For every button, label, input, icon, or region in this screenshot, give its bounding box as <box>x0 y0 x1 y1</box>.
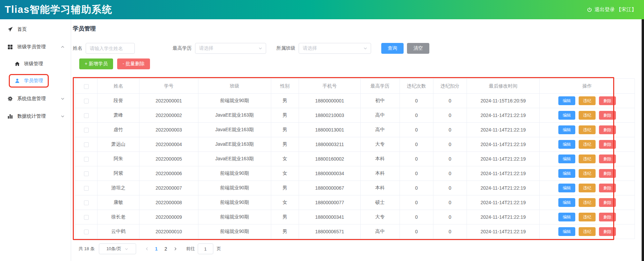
edit-button[interactable]: 编辑 <box>558 111 575 120</box>
cell-violation-count: 0 <box>400 166 433 181</box>
logout-button[interactable]: 退出登录 【宋江】 <box>587 6 637 13</box>
cell-violation-score: 0 <box>433 181 467 195</box>
row-checkbox[interactable] <box>84 113 89 118</box>
row-checkbox[interactable] <box>84 99 89 103</box>
cell-violation-score: 0 <box>433 195 467 210</box>
table-row: 虚竹 2022000003 JavaEE就业163期 男 18800013001… <box>75 123 635 137</box>
cell-student-no: 2022000006 <box>139 166 198 181</box>
sidebar-item-label: 班级学员管理 <box>17 44 46 50</box>
delete-button[interactable]: 删除 <box>599 198 616 207</box>
violation-button[interactable]: 违纪 <box>579 227 596 236</box>
page-button-1[interactable]: 1 <box>152 246 161 252</box>
violation-button[interactable]: 违纪 <box>579 184 596 192</box>
name-input[interactable] <box>86 43 135 54</box>
violation-button[interactable]: 违纪 <box>579 169 596 178</box>
column-header: 操作 <box>539 79 635 94</box>
row-checkbox[interactable] <box>84 171 89 176</box>
user-icon <box>15 78 20 84</box>
cell-gender: 男 <box>271 224 299 239</box>
cell-violation-score: 0 <box>433 123 467 137</box>
cell-student-no: 2022000003 <box>139 123 198 137</box>
prev-page-button[interactable] <box>142 247 152 251</box>
clear-button[interactable]: 清空 <box>407 43 429 54</box>
row-checkbox[interactable] <box>84 142 89 147</box>
edit-button[interactable]: 编辑 <box>558 155 575 163</box>
sidebar-item-label: 首页 <box>17 26 27 32</box>
cell-class: 前端就业90期 <box>198 210 271 224</box>
page-button-2[interactable]: 2 <box>161 246 171 252</box>
cell-gender: 男 <box>271 94 299 108</box>
cell-class: JavaEE就业163期 <box>198 152 271 166</box>
delete-button[interactable]: 删除 <box>599 213 616 221</box>
cell-violation-score: 0 <box>433 224 467 239</box>
page-size-select[interactable]: 10条/页 <box>99 243 136 254</box>
edit-button[interactable]: 编辑 <box>558 169 575 178</box>
batch-delete-button[interactable]: - 批量删除 <box>117 58 150 69</box>
column-header: 姓名 <box>98 79 139 94</box>
delete-button[interactable]: 删除 <box>599 227 616 236</box>
sidebar-item-home[interactable]: 首页 <box>0 21 71 38</box>
table-row: 萧峰 2022000002 JavaEE就业163期 男 18800210003… <box>75 108 635 123</box>
cell-name: 徐长老 <box>98 210 139 224</box>
degree-select[interactable]: 请选择 <box>195 43 266 54</box>
cell-degree: 大专 <box>360 137 400 152</box>
page-size-value: 10条/页 <box>106 246 121 252</box>
select-all-checkbox[interactable] <box>84 84 89 89</box>
violation-button[interactable]: 违纪 <box>579 125 596 134</box>
cell-violation-count: 0 <box>400 137 433 152</box>
bar-chart-icon <box>7 113 13 119</box>
violation-button[interactable]: 违纪 <box>579 140 596 149</box>
violation-button[interactable]: 违纪 <box>579 111 596 120</box>
search-button[interactable]: 查询 <box>381 43 404 54</box>
edit-button[interactable]: 编辑 <box>558 227 575 236</box>
edit-button[interactable]: 编辑 <box>558 213 575 221</box>
sidebar-item-label: 班级管理 <box>24 61 43 67</box>
violation-button[interactable]: 违纪 <box>579 155 596 163</box>
sidebar-item-class-mgmt[interactable]: 班级管理 <box>0 56 71 72</box>
sidebar-item-system-info-mgmt[interactable]: 系统信息管理 <box>0 90 71 108</box>
sidebar-item-data-statistics-mgmt[interactable]: 数据统计管理 <box>0 108 71 125</box>
cell-degree: 高中 <box>360 108 400 123</box>
cell-student-no: 2022000002 <box>139 108 198 123</box>
row-checkbox[interactable] <box>84 157 89 162</box>
delete-button[interactable]: 删除 <box>599 111 616 120</box>
delete-button[interactable]: 删除 <box>599 140 616 149</box>
edit-button[interactable]: 编辑 <box>558 198 575 207</box>
cell-last-modified: 2024-11-14T21:22:19 <box>467 195 540 210</box>
house-icon <box>15 61 20 67</box>
edit-button[interactable]: 编辑 <box>558 96 575 105</box>
edit-button[interactable]: 编辑 <box>558 125 575 134</box>
clazz-select[interactable]: 请选择 <box>299 43 371 54</box>
delete-button[interactable]: 删除 <box>599 155 616 163</box>
add-student-button[interactable]: + 新增学员 <box>79 58 113 69</box>
delete-button[interactable]: 删除 <box>599 184 616 192</box>
column-header: 违纪扣分 <box>433 79 467 94</box>
row-checkbox[interactable] <box>84 186 89 191</box>
edit-button[interactable]: 编辑 <box>558 140 575 149</box>
power-icon <box>587 7 592 13</box>
cell-violation-count: 0 <box>400 152 433 166</box>
violation-button[interactable]: 违纪 <box>579 198 596 207</box>
violation-button[interactable]: 违纪 <box>579 213 596 221</box>
row-checkbox[interactable] <box>84 200 89 205</box>
violation-button[interactable]: 违纪 <box>579 96 596 105</box>
row-checkbox[interactable] <box>84 230 89 234</box>
goto-suffix: 页 <box>217 246 221 252</box>
delete-button[interactable]: 删除 <box>599 169 616 178</box>
cell-violation-count: 0 <box>400 108 433 123</box>
scrollbar[interactable] <box>642 19 644 261</box>
edit-button[interactable]: 编辑 <box>558 184 575 192</box>
cell-last-modified: 2024-11-14T21:22:19 <box>467 108 540 123</box>
delete-button[interactable]: 删除 <box>599 96 616 105</box>
goto-page-input[interactable] <box>198 243 213 254</box>
row-checkbox[interactable] <box>84 128 89 133</box>
cell-phone: 18800210003 <box>299 108 361 123</box>
cell-class: JavaEE就业163期 <box>198 123 271 137</box>
page-title: 学员管理 <box>73 25 96 32</box>
cell-last-modified: 2024-11-14T21:22:19 <box>467 224 540 239</box>
next-page-button[interactable] <box>171 247 180 251</box>
row-checkbox[interactable] <box>84 215 89 220</box>
sidebar-item-class-student-mgmt[interactable]: 班级学员管理 <box>0 38 71 56</box>
delete-button[interactable]: 删除 <box>599 125 616 134</box>
sidebar-item-student-mgmt[interactable]: 学员管理 <box>0 72 71 90</box>
